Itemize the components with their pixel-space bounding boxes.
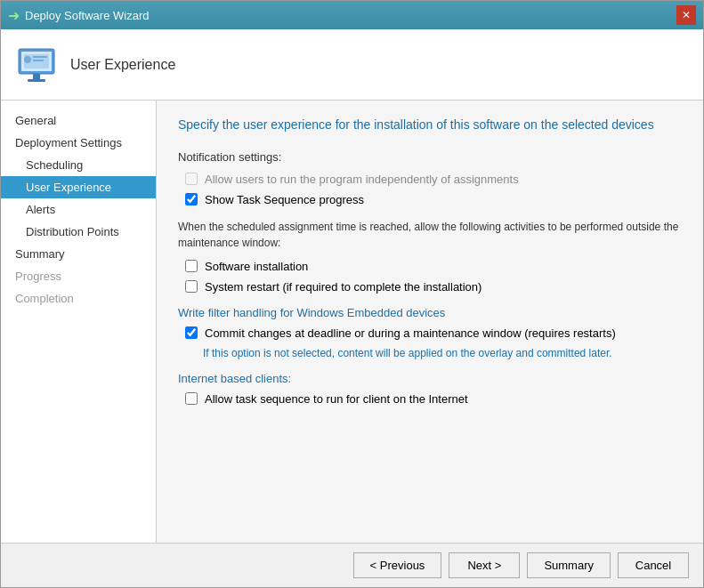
software-install-row: Software installation [178,260,682,273]
sidebar-item-progress: Progress [1,265,156,287]
main-panel: Specify the user experience for the inst… [157,101,703,543]
svg-rect-2 [33,74,40,79]
notification-label: Notification settings: [178,150,682,164]
system-restart-row: System restart (if required to complete … [178,280,682,294]
sidebar-item-general[interactable]: General [1,109,156,132]
commit-changes-checkbox[interactable] [185,326,198,339]
allow-internet-row: Allow task sequence to run for client on… [178,392,682,406]
sidebar-item-distribution-points[interactable]: Distribution Points [1,221,156,243]
svg-point-5 [24,56,31,63]
main-heading: Specify the user experience for the inst… [178,117,682,134]
show-progress-label: Show Task Sequence progress [205,193,364,206]
title-bar-left: ➜ Deploy Software Wizard [8,7,149,24]
main-window: ➜ Deploy Software Wizard ✕ User Experien… [0,0,704,588]
show-progress-checkbox[interactable] [185,193,198,205]
sidebar-item-completion: Completion [1,287,156,310]
header-title: User Experience [70,57,175,73]
sidebar-item-summary[interactable]: Summary [1,243,156,265]
allow-independently-label: Allow users to run the program independe… [205,173,519,186]
header-section: User Experience [1,29,703,101]
maintenance-description: When the scheduled assignment time is re… [178,219,682,251]
svg-rect-7 [33,60,44,61]
svg-rect-3 [28,79,45,82]
allow-internet-checkbox[interactable] [185,392,198,405]
system-restart-label: System restart (if required to complete … [205,280,481,294]
title-bar: ➜ Deploy Software Wizard ✕ [1,1,703,29]
window-title: Deploy Software Wizard [25,9,149,22]
write-filter-heading: Write filter handling for Windows Embedd… [178,306,682,319]
allow-independently-row: Allow users to run the program independe… [178,173,682,186]
summary-button[interactable]: Summary [527,552,611,578]
arrow-icon: ➜ [8,7,20,24]
commit-changes-label: Commit changes at deadline or during a m… [205,326,616,340]
previous-button[interactable]: < Previous [353,552,442,578]
show-progress-row: Show Task Sequence progress [178,193,682,206]
sidebar-item-user-experience[interactable]: User Experience [1,176,156,198]
software-install-label: Software installation [205,260,308,273]
commit-changes-row: Commit changes at deadline or during a m… [178,326,682,340]
close-button[interactable]: ✕ [676,5,696,25]
svg-rect-6 [33,56,47,58]
sidebar-item-deployment-settings[interactable]: Deployment Settings [1,132,156,154]
cancel-button[interactable]: Cancel [618,552,689,578]
system-restart-checkbox[interactable] [185,280,198,293]
sidebar-item-scheduling[interactable]: Scheduling [1,154,156,176]
sidebar: General Deployment Settings Scheduling U… [1,101,157,543]
next-button[interactable]: Next > [449,552,520,578]
allow-independently-checkbox[interactable] [185,173,198,185]
sidebar-item-alerts[interactable]: Alerts [1,198,156,221]
software-install-checkbox[interactable] [185,260,198,272]
content-area: General Deployment Settings Scheduling U… [1,101,703,543]
computer-icon [15,44,58,86]
write-filter-note: If this option is not selected, content … [178,347,682,359]
allow-internet-label: Allow task sequence to run for client on… [205,392,468,406]
footer: < Previous Next > Summary Cancel [1,543,703,587]
internet-heading: Internet based clients: [178,372,682,385]
